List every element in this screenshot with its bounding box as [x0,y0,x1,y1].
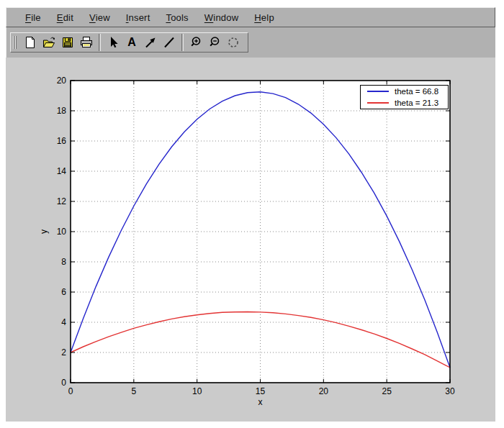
menu-mnemonic: E [57,12,63,23]
y-tick-label: 12 [57,196,67,206]
x-tick-label: 20 [319,386,329,396]
y-axis-label: y [39,229,49,234]
toolbar-separator [99,34,101,51]
line-tool-button[interactable] [160,34,179,51]
rotate-3d-icon [226,35,240,50]
x-tick-label: 30 [445,386,455,396]
y-tick-label: 14 [57,166,67,176]
menu-label-rest: ools [171,12,189,23]
menu-item-help[interactable]: Help [246,9,282,26]
menu-label-rest: ile [31,12,41,23]
menu-item-edit[interactable]: Edit [49,9,81,26]
zoom-out-tool-button[interactable] [205,34,224,51]
legend-label: theta = 21.3 [395,99,438,107]
text-tool-button[interactable]: A [122,34,141,51]
pointer-arrow-icon [106,35,120,50]
y-tick-label: 10 [57,227,67,237]
y-tick-label: 0 [61,378,66,388]
pointer-tool-button[interactable] [104,34,122,51]
x-tick-label: 5 [131,386,136,396]
save-floppy-icon [60,35,75,50]
legend-line-sample-blue [367,91,389,92]
menu-bar: File Edit View Insert Tools Window Help [6,7,495,27]
legend-entry-red: theta = 21.3 [361,99,448,108]
toolbar-button-group: A [10,32,248,53]
toolbar: A [6,27,495,58]
menu-item-window[interactable]: Window [197,9,246,26]
chart-canvas: 05101520253002468101214161820xy [6,58,495,422]
menu-mnemonic: F [25,12,31,23]
save-figure-button[interactable] [58,34,77,51]
x-axis-label: x [258,397,263,407]
figure-window: File Edit View Insert Tools Window Help [6,7,495,422]
menu-item-tools[interactable]: Tools [158,9,196,26]
print-figure-button[interactable] [77,34,96,51]
text-a-icon: A [127,37,136,48]
legend-line-sample-red [367,102,389,104]
new-document-icon [23,35,37,50]
y-tick-label: 16 [57,136,67,146]
line-icon [162,35,176,50]
y-tick-label: 6 [61,287,66,297]
new-figure-button[interactable] [21,34,40,51]
x-tick-label: 25 [382,386,392,396]
y-tick-label: 2 [61,347,66,358]
menu-label-rest: nsert [129,12,150,23]
legend[interactable]: theta = 66.8 theta = 21.3 [360,85,449,109]
zoom-in-tool-button[interactable] [186,34,205,51]
menu-label-rest: indow [213,12,238,23]
menu-item-insert[interactable]: Insert [118,9,158,26]
figure-canvas: 05101520253002468101214161820xy theta = … [6,58,495,422]
rotate-tool-button[interactable] [224,34,243,51]
menu-mnemonic: V [89,12,96,23]
menu-item-file[interactable]: File [17,9,49,26]
toolbar-separator [181,34,184,51]
zoom-out-icon [207,35,222,50]
legend-entry-blue: theta = 66.8 [361,87,448,96]
arrow-tool-button[interactable] [141,34,160,51]
x-tick-label: 0 [68,386,73,396]
x-tick-label: 15 [256,386,266,396]
zoom-in-icon [189,35,203,50]
screen: { "window": { "chrome_color": "#b1b1b1",… [0,0,504,428]
y-tick-label: 4 [61,317,66,327]
menu-item-view[interactable]: View [81,9,118,26]
menu-label-rest: elp [261,12,274,23]
x-tick-label: 10 [192,386,202,396]
menu-mnemonic: W [204,12,213,23]
arrow-ne-icon [143,35,158,50]
y-tick-label: 20 [57,76,67,86]
menu-mnemonic: H [254,12,261,23]
open-file-button[interactable] [40,34,58,51]
menu-label-rest: iew [96,12,110,23]
legend-label: theta = 66.8 [395,87,438,96]
toolbar-grip[interactable] [13,36,17,49]
menu-label-rest: dit [63,12,73,23]
y-tick-label: 8 [61,257,66,267]
open-folder-icon [42,35,56,50]
print-icon [79,35,94,50]
y-tick-label: 18 [57,106,67,116]
